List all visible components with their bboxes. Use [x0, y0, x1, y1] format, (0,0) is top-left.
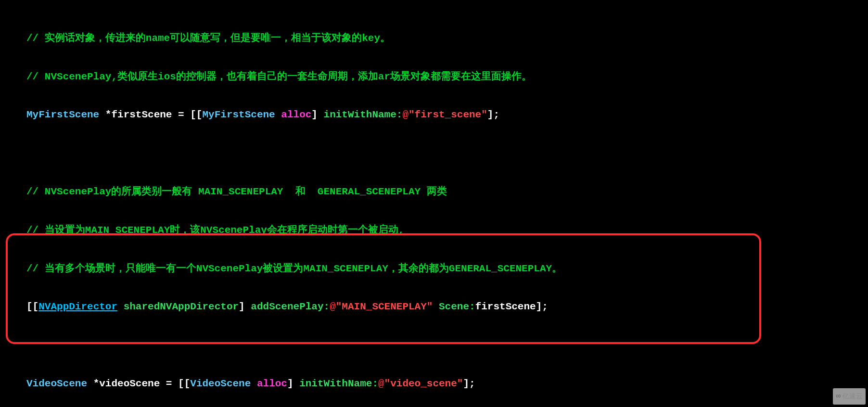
watermark-text: 亿速云: [842, 390, 863, 403]
infinity-icon: ∞: [836, 389, 841, 404]
code-block: // 实例话对象，传进来的name可以随意写，但是要唯一，相当于该对象的key。…: [0, 10, 868, 407]
code-line-3: MyFirstScene *firstScene = [[MyFirstScen…: [26, 105, 868, 125]
comment-line-1: // 实例话对象，传进来的name可以随意写，但是要唯一，相当于该对象的key。: [26, 33, 390, 44]
comment-line-6: // 当有多个场景时，只能唯一有一个NVScenePlay被设置为MAIN_SC…: [26, 263, 562, 274]
watermark: ∞ 亿速云: [833, 388, 866, 405]
code-line-7: [[NVAppDirector sharedNVAppDirector] add…: [26, 297, 868, 317]
code-line-8: VideoScene *videoScene = [[VideoScene al…: [26, 374, 868, 394]
comment-line-2: // NVScenePlay,类似原生ios的控制器，也有着自己的一套生命周期，…: [26, 71, 532, 82]
comment-line-5: // 当设置为MAIN_SCENEPLAY时，该NVScenePlay会在程序启…: [26, 225, 404, 236]
comment-line-4: // NVScenePlay的所属类别一般有 MAIN_SCENEPLAY 和 …: [26, 186, 447, 197]
nvappdirector-link[interactable]: NVAppDirector: [38, 301, 117, 312]
